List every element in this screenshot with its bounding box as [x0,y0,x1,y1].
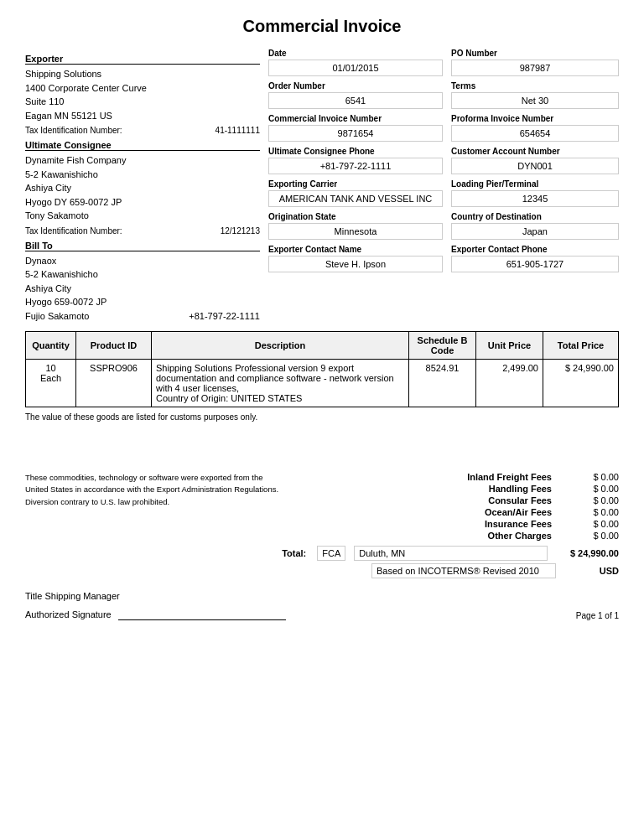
incoterms-text: Based on INCOTERMS® Revised 2010 [371,563,556,578]
col-total-price: Total Price [543,332,619,360]
exporter-label: Exporter [25,54,260,65]
customer-account-number-field: Customer Account Number DYN001 [451,147,619,174]
proforma-invoice-number-field: Proforma Invoice Number 654654 [451,114,619,142]
exporter-contact-phone-field: Exporter Contact Phone 651-905-1727 [451,245,619,272]
date-field: Date 01/01/2015 [268,49,443,76]
exporter-contact-name-field: Exporter Contact Name Steve H. Ipson [268,245,443,272]
loading-pier-field: Loading Pier/Terminal 12345 [451,179,619,207]
country-destination-field: Country of Destination Japan [451,212,619,240]
cell-description: Shipping Solutions Professional version … [152,360,409,407]
terms-field: Terms Net 30 [451,81,619,109]
order-number-field: Order Number 6541 [268,81,443,109]
cell-total-price: $ 24,990.00 [543,360,619,407]
col-product-id: Product ID [76,332,152,360]
col-description: Description [152,332,409,360]
bill-to-label: Bill To [25,241,260,251]
uc-phone-field: Ultimate Consignee Phone +81-797-22-1111 [268,147,443,174]
total-line: Total: FCA Duluth, MN $ 24,990.00 [282,546,619,561]
signature-section: Title Shipping Manager Authorized Signat… [25,591,286,620]
col-quantity: Quantity [26,332,76,360]
po-number-field: PO Number 987987 [451,49,619,76]
consignee-tax: Tax Identification Number: 12/121213 [25,226,260,236]
cell-quantity: 10Each [26,360,76,407]
cell-product-id: SSPRO906 [76,360,152,407]
authorized-signature: Authorized Signature [25,609,286,620]
line-items-table: Quantity Product ID Description Schedule… [25,331,619,407]
ultimate-consignee-label: Ultimate Consignee [25,140,260,151]
currency-label: USD [560,566,619,576]
footer-note: The value of these goods are listed for … [25,412,619,422]
commercial-invoice-number-field: Commercial Invoice Number 9871654 [268,114,443,142]
consular-fee: Consular Fees $ 0.00 [282,495,619,505]
cell-schedule-b: 8524.91 [409,360,476,407]
disclaimer-text: These commodities, technology or softwar… [25,472,282,578]
origination-state-field: Origination State Minnesota [268,212,443,240]
exporter-tax: Tax Identification Number: 41-1111111 [25,126,260,135]
cell-unit-price: 2,499.00 [476,360,543,407]
col-schedule-b: Schedule B Code [409,332,476,360]
table-row: 10Each SSPRO906 Shipping Solutions Profe… [26,360,619,407]
title-line: Title Shipping Manager [25,591,286,601]
insurance-fee: Insurance Fees $ 0.00 [282,519,619,529]
other-charges: Other Charges $ 0.00 [282,531,619,541]
ocean-air-fee: Ocean/Air Fees $ 0.00 [282,507,619,517]
col-unit-price: Unit Price [476,332,543,360]
page-title: Commercial Invoice [25,17,619,36]
exporter-address: Shipping Solutions 1400 Corporate Center… [25,67,260,122]
bill-to-address: Dynaox 5-2 Kawanishicho Ashiya City Hyog… [25,254,260,324]
ultimate-consignee-address: Dynamite Fish Company 5-2 Kawanishicho A… [25,153,260,223]
exporting-carrier-field: Exporting Carrier AMERICAN TANK AND VESS… [268,179,443,207]
inland-freight-fee: Inland Freight Fees $ 0.00 [282,472,619,482]
handling-fee: Handling Fees $ 0.00 [282,484,619,494]
page-number: Page 1 of 1 [576,611,619,620]
